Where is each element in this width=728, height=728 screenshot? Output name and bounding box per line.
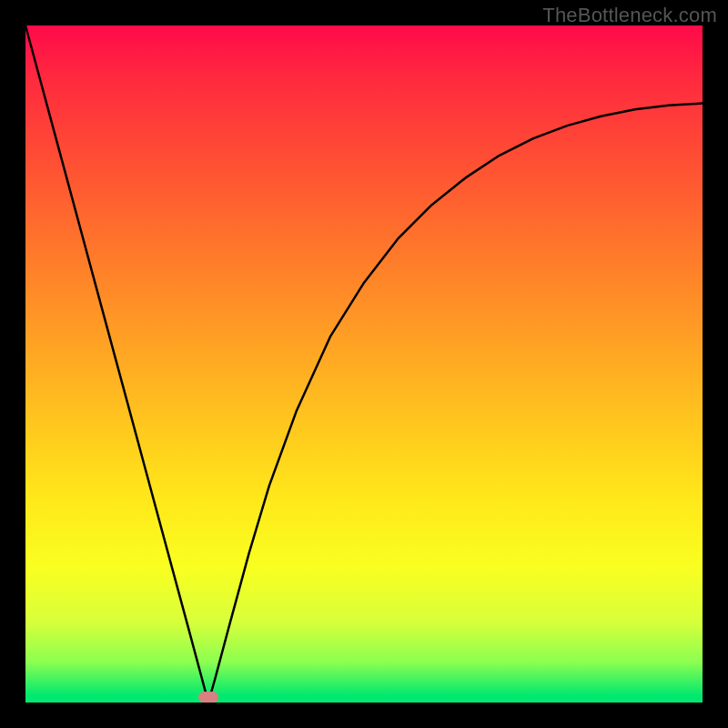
watermark-text: TheBottleneck.com xyxy=(542,4,717,27)
chart-container: TheBottleneck.com xyxy=(0,0,728,728)
plot-area xyxy=(25,25,703,703)
curve-svg xyxy=(25,25,703,703)
bottleneck-curve xyxy=(25,25,703,703)
optimal-point-marker xyxy=(198,692,218,703)
